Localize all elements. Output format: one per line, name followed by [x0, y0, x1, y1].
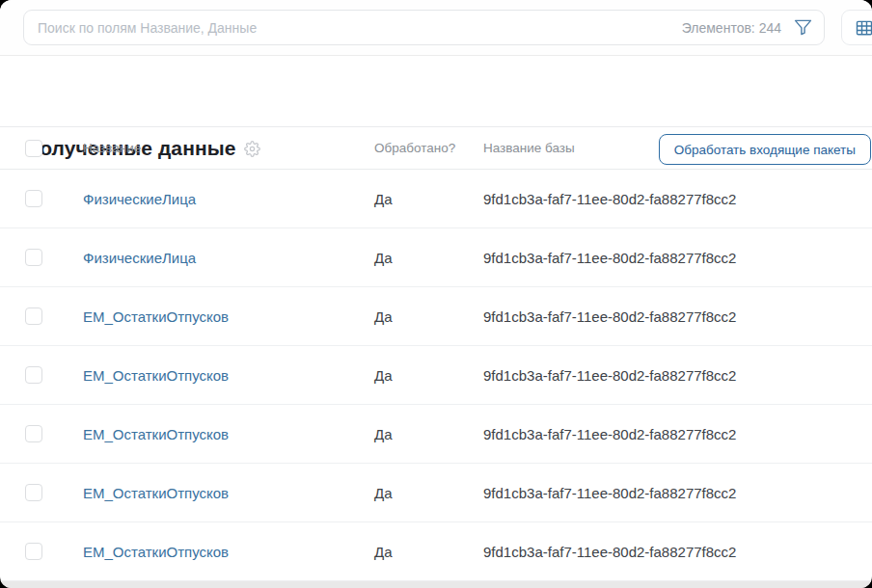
table-row: ЕМ_ОстаткиОтпусков Да 9fd1cb3a-faf7-11ee…	[0, 346, 872, 405]
select-all-checkbox[interactable]	[25, 140, 42, 157]
row-processed-value: Да	[374, 250, 483, 266]
table-grid-icon	[855, 18, 872, 38]
table-row: ЕМ_ОстаткиОтпусков Да 9fd1cb3a-faf7-11ee…	[0, 405, 872, 464]
table-row: ЕМ_ОстаткиОтпусков Да 9fd1cb3a-faf7-11ee…	[0, 522, 872, 581]
row-name-link[interactable]: ЕМ_ОстаткиОтпусков	[83, 544, 374, 560]
row-name-link[interactable]: ЕМ_ОстаткиОтпусков	[83, 485, 374, 501]
row-database-value: 9fd1cb3a-faf7-11ee-80d2-fa88277f8cc2	[483, 191, 872, 207]
row-checkbox[interactable]	[25, 190, 42, 207]
row-processed-value: Да	[374, 191, 483, 207]
table-row: ЕМ_ОстаткиОтпусков Да 9fd1cb3a-faf7-11ee…	[0, 464, 872, 522]
page-header: Полученные данные Обработать входящие па…	[0, 57, 872, 126]
row-checkbox[interactable]	[25, 543, 42, 560]
row-checkbox[interactable]	[25, 484, 42, 501]
row-database-value: 9fd1cb3a-faf7-11ee-80d2-fa88277f8cc2	[483, 367, 872, 384]
table-row: ФизическиеЛица Да 9fd1cb3a-faf7-11ee-80d…	[0, 170, 872, 228]
row-checkbox[interactable]	[25, 366, 42, 384]
bottom-strip	[0, 581, 872, 588]
row-name-link[interactable]: ЕМ_ОстаткиОтпусков	[83, 426, 374, 442]
table-header-row: Название Обработано? Название базы	[0, 126, 872, 170]
table-body: ФизическиеЛица Да 9fd1cb3a-faf7-11ee-80d…	[0, 170, 872, 581]
table-columns-button[interactable]	[841, 10, 872, 45]
row-checkbox[interactable]	[25, 249, 42, 266]
row-processed-value: Да	[374, 485, 483, 501]
row-name-link[interactable]: ФизическиеЛица	[83, 191, 374, 207]
elements-count-badge: Элементов: 244	[682, 20, 781, 36]
search-box: Элементов: 244	[23, 10, 825, 45]
filter-icon[interactable]	[791, 16, 814, 40]
app-window: Элементов: 244 Полученные данные	[0, 0, 872, 588]
row-name-link[interactable]: ФизическиеЛица	[83, 250, 374, 266]
row-database-value: 9fd1cb3a-faf7-11ee-80d2-fa88277f8cc2	[483, 426, 872, 442]
column-header-database: Название базы	[483, 141, 872, 155]
column-header-name: Название	[83, 141, 374, 155]
row-database-value: 9fd1cb3a-faf7-11ee-80d2-fa88277f8cc2	[483, 544, 872, 560]
row-checkbox[interactable]	[25, 307, 42, 325]
toolbar: Элементов: 244	[0, 0, 872, 56]
row-database-value: 9fd1cb3a-faf7-11ee-80d2-fa88277f8cc2	[483, 308, 872, 325]
row-checkbox[interactable]	[25, 425, 42, 442]
data-table: Название Обработано? Название базы Физич…	[0, 126, 872, 581]
row-name-link[interactable]: ЕМ_ОстаткиОтпусков	[83, 308, 374, 325]
row-database-value: 9fd1cb3a-faf7-11ee-80d2-fa88277f8cc2	[483, 485, 872, 501]
row-processed-value: Да	[374, 544, 483, 560]
row-processed-value: Да	[374, 367, 483, 384]
row-processed-value: Да	[374, 426, 483, 442]
column-header-processed: Обработано?	[374, 141, 483, 155]
row-processed-value: Да	[374, 308, 483, 325]
table-row: ФизическиеЛица Да 9fd1cb3a-faf7-11ee-80d…	[0, 228, 872, 287]
row-name-link[interactable]: ЕМ_ОстаткиОтпусков	[83, 367, 374, 384]
row-database-value: 9fd1cb3a-faf7-11ee-80d2-fa88277f8cc2	[483, 250, 872, 266]
table-row: ЕМ_ОстаткиОтпусков Да 9fd1cb3a-faf7-11ee…	[0, 287, 872, 346]
search-input[interactable]	[38, 20, 682, 36]
